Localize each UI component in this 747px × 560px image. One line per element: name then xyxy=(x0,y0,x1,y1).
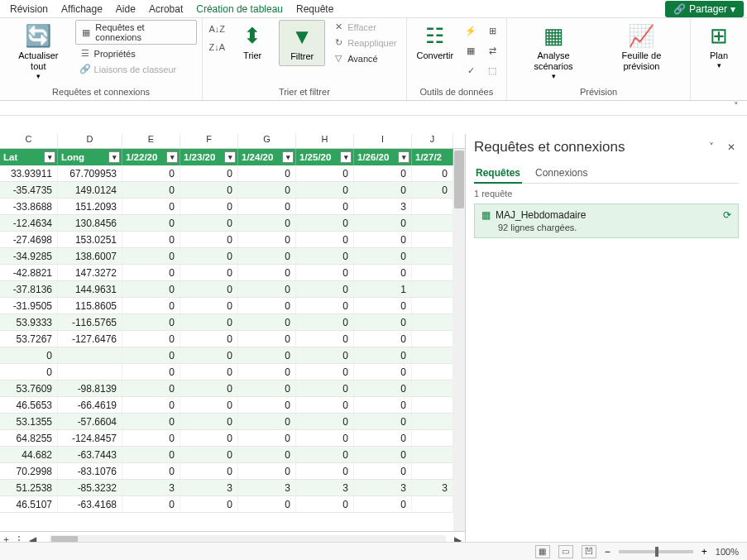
query-refresh-button[interactable]: ⟳ xyxy=(723,209,731,221)
zoom-in-button[interactable]: + xyxy=(702,546,707,558)
cell[interactable] xyxy=(412,347,453,363)
consolidate-button[interactable]: ⊞ xyxy=(485,23,500,38)
cell[interactable]: 0 xyxy=(238,232,296,247)
cell[interactable]: 53.1355 xyxy=(0,414,58,429)
cell[interactable]: 46.5653 xyxy=(0,397,58,413)
cell[interactable]: 0 xyxy=(354,265,412,280)
share-button[interactable]: 🔗 Partager ▾ xyxy=(665,1,744,17)
cell[interactable]: 0 xyxy=(180,314,238,330)
filter-dropdown-icon[interactable]: ▾ xyxy=(340,151,352,163)
cell[interactable] xyxy=(58,347,122,363)
cell[interactable]: 0 xyxy=(180,199,238,214)
cell[interactable]: 0 xyxy=(238,447,296,462)
cell[interactable]: 0 xyxy=(296,248,354,264)
cell[interactable]: 0 xyxy=(354,496,412,512)
cell[interactable]: 0 xyxy=(354,232,412,247)
sort-button[interactable]: ⬍ Trier xyxy=(229,20,275,65)
cell[interactable]: -37.8136 xyxy=(0,281,58,297)
cell[interactable]: 0 xyxy=(180,248,238,264)
vertical-scrollbar[interactable] xyxy=(453,149,465,531)
cell[interactable]: 0 xyxy=(180,463,238,479)
cell[interactable] xyxy=(412,215,453,231)
pane-collapse-button[interactable]: ˅ xyxy=(704,140,719,155)
cell[interactable]: 115.8605 xyxy=(58,298,122,314)
cell[interactable]: 0 xyxy=(296,298,354,314)
filter-dropdown-icon[interactable]: ▾ xyxy=(108,151,120,163)
cell[interactable]: 70.2998 xyxy=(0,463,58,479)
cell[interactable]: 147.3272 xyxy=(58,265,122,280)
cell[interactable]: -116.5765 xyxy=(58,314,122,330)
table-row[interactable]: 000000 xyxy=(0,347,465,364)
worksheet[interactable]: C D E F G H I J Lat▾ Long▾ 1/22/20▾ 1/23… xyxy=(0,134,465,548)
table-row[interactable]: -31.9505115.860500000 xyxy=(0,298,465,314)
cell[interactable]: -12.4634 xyxy=(0,215,58,231)
cell[interactable]: 3 xyxy=(354,480,412,495)
menu-creation-tableau[interactable]: Création de tableau xyxy=(189,2,290,17)
cell[interactable] xyxy=(412,447,453,462)
cell[interactable]: -83.1076 xyxy=(58,463,122,479)
cell[interactable]: -63.7443 xyxy=(58,447,122,462)
cell[interactable]: 151.2093 xyxy=(58,199,122,214)
col-header[interactable]: D xyxy=(58,134,122,148)
cell[interactable]: 0 xyxy=(238,397,296,413)
cell[interactable] xyxy=(412,381,453,396)
cell[interactable]: 0 xyxy=(122,430,180,446)
cell[interactable]: -127.6476 xyxy=(58,331,122,347)
cell[interactable]: 53.7609 xyxy=(0,381,58,396)
page-break-view-button[interactable]: 凹 xyxy=(582,545,596,558)
cell[interactable] xyxy=(412,314,453,330)
cell[interactable]: 0 xyxy=(0,347,58,363)
cell[interactable]: 0 xyxy=(354,215,412,231)
cell[interactable] xyxy=(412,364,453,380)
cell[interactable]: -33.8688 xyxy=(0,199,58,214)
menu-aide[interactable]: Aide xyxy=(109,2,142,17)
cell[interactable] xyxy=(412,463,453,479)
cell[interactable]: 0 xyxy=(122,232,180,247)
cell[interactable]: 64.8255 xyxy=(0,430,58,446)
cell[interactable]: 0 xyxy=(180,447,238,462)
cell[interactable] xyxy=(412,298,453,314)
pane-close-button[interactable]: ✕ xyxy=(724,140,739,155)
menu-requete[interactable]: Requête xyxy=(290,2,340,17)
cell[interactable]: 0 xyxy=(180,298,238,314)
cell[interactable]: 0 xyxy=(238,248,296,264)
cell[interactable]: 0 xyxy=(122,199,180,214)
cell[interactable]: 0 xyxy=(238,331,296,347)
cell[interactable]: 1 xyxy=(354,281,412,297)
cell[interactable]: 0 xyxy=(238,165,296,181)
cell[interactable]: 0 xyxy=(296,232,354,247)
cell[interactable]: 0 xyxy=(296,397,354,413)
zoom-value[interactable]: 100% xyxy=(716,547,739,557)
cell[interactable]: 144.9631 xyxy=(58,281,122,297)
table-row[interactable]: 64.8255-124.845700000 xyxy=(0,430,465,447)
cell[interactable]: 0 xyxy=(0,364,58,380)
cell[interactable]: 0 xyxy=(296,347,354,363)
menu-affichage[interactable]: Affichage xyxy=(55,2,109,17)
queries-connections-button[interactable]: ▦ Requêtes et connexions xyxy=(75,20,198,45)
cell[interactable]: 0 xyxy=(296,463,354,479)
filter-dropdown-icon[interactable]: ▾ xyxy=(282,151,294,163)
cell[interactable]: 3 xyxy=(180,480,238,495)
advanced-filter-button[interactable]: ▽ Avancé xyxy=(328,51,400,65)
sort-desc-button[interactable]: Z↓A xyxy=(209,40,224,55)
cell[interactable] xyxy=(412,496,453,512)
scrollbar-thumb[interactable] xyxy=(454,151,464,208)
table-row[interactable]: -12.4634130.845600000 xyxy=(0,215,465,232)
cell[interactable]: 153.0251 xyxy=(58,232,122,247)
cell[interactable]: 0 xyxy=(180,265,238,280)
cell[interactable]: -34.9285 xyxy=(0,248,58,264)
table-header[interactable]: 1/22/20▾ xyxy=(122,149,180,165)
table-row[interactable]: 000000 xyxy=(0,364,465,381)
cell[interactable]: 0 xyxy=(238,215,296,231)
cell[interactable]: 0 xyxy=(238,381,296,396)
cell[interactable]: 0 xyxy=(296,364,354,380)
col-header[interactable]: J xyxy=(412,134,453,148)
table-row[interactable]: -35.4735149.0124000000 xyxy=(0,182,465,199)
cell[interactable]: 0 xyxy=(296,430,354,446)
outline-button[interactable]: ⊞ Plan ▾ xyxy=(696,20,742,73)
what-if-button[interactable]: ▦ Analyse scénarios ▾ xyxy=(512,20,595,84)
ribbon-collapse-button[interactable]: ˅ xyxy=(0,101,747,116)
cell[interactable]: 0 xyxy=(238,281,296,297)
cell[interactable]: 0 xyxy=(180,182,238,198)
cell[interactable]: 0 xyxy=(180,281,238,297)
